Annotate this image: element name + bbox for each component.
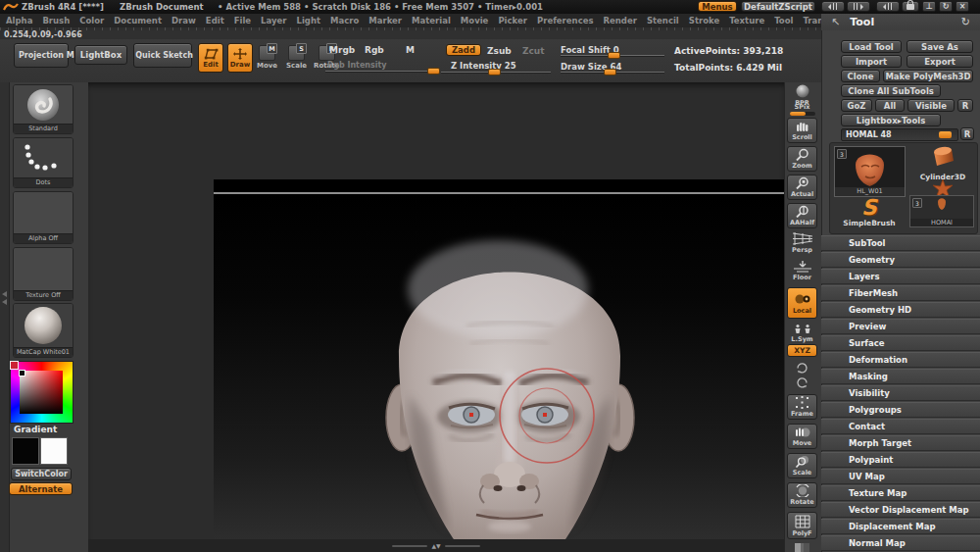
section-displacement-map[interactable]: Displacement Map <box>821 519 980 534</box>
save-as-button[interactable]: Save As <box>906 40 973 53</box>
alpha-selector[interactable]: Alpha Off <box>13 191 74 244</box>
tool-item-cylinder3d[interactable]: Cylinder3D <box>911 145 974 181</box>
export-button[interactable]: Export <box>906 55 973 68</box>
focal-shift-handle[interactable] <box>608 52 620 59</box>
material-selector[interactable]: MatCap White01 <box>13 303 74 358</box>
document[interactable] <box>214 179 841 552</box>
frame-button[interactable]: Frame <box>787 394 817 420</box>
rotate-3d-button[interactable]: Rotate <box>787 482 817 508</box>
stroke-selector[interactable]: Dots <box>13 137 74 188</box>
right-tray-toggle-button[interactable] <box>847 1 870 12</box>
section-geometry[interactable]: Geometry <box>821 252 980 268</box>
texture-selector[interactable]: Texture Off <box>13 247 74 301</box>
goz-all-button[interactable]: All <box>875 99 905 112</box>
section-polypaint[interactable]: Polypaint <box>821 452 980 468</box>
menu-document[interactable]: Document <box>114 16 162 25</box>
brush-selector[interactable]: Standard <box>13 84 74 134</box>
spin-y-button[interactable] <box>787 362 817 375</box>
menu-tool[interactable]: Tool <box>774 16 793 25</box>
section-morph-target[interactable]: Morph Target <box>821 435 980 451</box>
clone-button[interactable]: Clone <box>841 70 880 82</box>
zoom-button[interactable]: Zoom <box>787 146 817 172</box>
current-tool-thumbnail[interactable]: 3 HL_W01 <box>834 146 906 197</box>
slider-r-button[interactable]: R <box>960 127 974 140</box>
local-button[interactable]: Local <box>787 287 817 319</box>
section-layers[interactable]: Layers <box>821 269 980 284</box>
menu-texture[interactable]: Texture <box>729 16 764 25</box>
draw-mode-button[interactable]: Draw <box>227 43 253 73</box>
lightbox-button[interactable]: LightBox <box>74 45 127 65</box>
menu-draw[interactable]: Draw <box>172 16 196 25</box>
menu-brush[interactable]: Brush <box>42 16 70 25</box>
left-tray-toggle-button[interactable] <box>821 1 845 12</box>
section-vector-displacement-map[interactable]: Vector Displacement Map <box>821 502 980 518</box>
zsub-button[interactable]: Zsub <box>487 46 512 56</box>
panel-reload-icon[interactable]: ↻ <box>961 16 970 28</box>
rgb-button[interactable]: Rgb <box>365 45 384 55</box>
section-fibermesh[interactable]: FiberMesh <box>821 285 980 301</box>
gradient-label[interactable]: Gradient <box>14 425 57 434</box>
rgb-intensity-slider[interactable] <box>325 71 439 72</box>
tool-item-homal[interactable]: 3 HOMAl <box>909 195 974 227</box>
section-contact[interactable]: Contact <box>821 419 980 434</box>
menu-macro[interactable]: Macro <box>330 16 359 25</box>
section-normal-map[interactable]: Normal Map <box>821 535 980 551</box>
zcut-button[interactable]: Zcut <box>522 46 545 56</box>
menu-alpha[interactable]: Alpha <box>6 16 32 25</box>
section-texture-map[interactable]: Texture Map <box>821 485 980 501</box>
color-picker[interactable] <box>10 361 74 424</box>
left-tray-divider[interactable] <box>0 82 10 552</box>
move-mode-button[interactable]: M Move <box>257 45 277 70</box>
xyz-button[interactable]: XYZ <box>787 344 817 357</box>
main-color-swatch[interactable] <box>12 437 39 465</box>
menu-movie[interactable]: Movie <box>461 16 489 25</box>
persp-button[interactable]: Persp <box>787 232 817 254</box>
actual-button[interactable]: Actual <box>787 175 817 200</box>
make-polymesh3d-button[interactable]: Make PolyMesh3D <box>883 70 973 82</box>
m-button[interactable]: M <box>406 45 415 55</box>
polyf-button[interactable]: PolyF <box>787 512 817 539</box>
scroll-button[interactable]: Scroll <box>787 118 817 143</box>
goz-button[interactable]: GoZ <box>841 99 872 112</box>
secondary-color-swatch[interactable] <box>40 437 68 465</box>
section-deformation[interactable]: Deformation <box>821 352 980 368</box>
section-geometry-hd[interactable]: Geometry HD <box>821 302 980 318</box>
move-3d-button[interactable]: Move <box>787 424 817 449</box>
menu-material[interactable]: Material <box>412 16 451 25</box>
sculpt-head[interactable] <box>214 179 841 552</box>
menu-edit[interactable]: Edit <box>206 16 224 25</box>
minimize-button[interactable]: ⊥ <box>922 1 936 12</box>
color-picker-sv-square[interactable] <box>20 371 63 414</box>
prev-palette-button[interactable] <box>876 1 900 12</box>
clone-all-subtools-button[interactable]: Clone All SubTools <box>841 84 941 97</box>
menus-button[interactable]: Menus <box>698 1 737 12</box>
tool-name-slider-handle[interactable] <box>939 131 952 138</box>
zadd-button[interactable]: Zadd <box>446 44 481 56</box>
floor-button[interactable]: Floor <box>787 260 817 281</box>
goz-visible-button[interactable]: Visible <box>907 99 955 112</box>
z-intensity-handle[interactable] <box>488 69 501 75</box>
close-button[interactable]: × <box>956 1 969 12</box>
panel-back-icon[interactable]: ↖ <box>831 16 840 28</box>
section-visibility[interactable]: Visibility <box>821 385 980 401</box>
lightbox-tools-button[interactable]: Lightbox▸Tools <box>841 114 941 126</box>
section-preview[interactable]: Preview <box>821 319 980 334</box>
projection-master-button[interactable]: Projection Master <box>14 43 69 68</box>
lsym-button[interactable]: L.Sym <box>787 324 817 343</box>
menu-picker[interactable]: Picker <box>498 16 527 25</box>
rgb-intensity-handle[interactable] <box>427 68 440 75</box>
goz-r-button[interactable]: R <box>957 99 973 112</box>
tool-item-simplebrush[interactable]: S SimpleBrush <box>839 197 900 227</box>
import-button[interactable]: Import <box>841 55 902 68</box>
mrgb-button[interactable]: Mrgb <box>329 45 355 55</box>
restore-button[interactable]: ↻ <box>939 1 953 12</box>
canvas-area[interactable] <box>88 82 784 539</box>
section-masking[interactable]: Masking <box>821 369 980 384</box>
alternate-button[interactable]: Alternate <box>9 482 73 495</box>
spin-z-button[interactable] <box>787 376 817 389</box>
lock-button[interactable] <box>902 1 919 12</box>
menu-marker[interactable]: Marker <box>368 16 402 25</box>
menu-stencil[interactable]: Stencil <box>647 16 679 25</box>
menu-render[interactable]: Render <box>604 16 637 25</box>
load-tool-button[interactable]: Load Tool <box>841 40 902 53</box>
